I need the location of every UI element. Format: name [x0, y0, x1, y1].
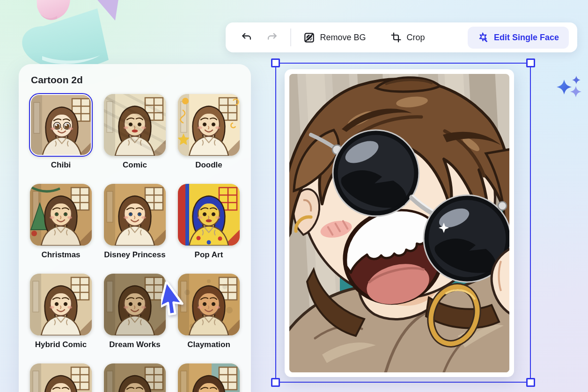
- style-thumb-christmas[interactable]: [30, 184, 92, 246]
- style-thumb-partial-10[interactable]: [30, 363, 92, 392]
- style-label-claymation: Claymation: [178, 340, 240, 350]
- style-label-christmas: Christmas: [30, 250, 92, 261]
- style-label-hybrid-comic: Hybrid Comic: [30, 340, 92, 350]
- style-thumb-hybrid-comic[interactable]: [30, 274, 92, 335]
- style-thumb-doodle[interactable]: [178, 94, 240, 156]
- style-item-disney-princess[interactable]: Disney Princess: [104, 184, 166, 261]
- redo-button[interactable]: [265, 30, 279, 44]
- style-thumb-comic[interactable]: [104, 94, 166, 156]
- style-thumb-disney-princess[interactable]: [104, 184, 166, 246]
- style-item-christmas[interactable]: Christmas: [30, 184, 92, 261]
- style-thumb-dream-works[interactable]: [104, 274, 166, 335]
- style-item-partial-11[interactable]: [104, 363, 166, 392]
- edit-single-face-button[interactable]: Edit Single Face: [468, 27, 569, 49]
- style-label-dream-works: Dream Works: [104, 340, 166, 350]
- remove-bg-button[interactable]: Remove BG: [303, 32, 366, 44]
- mouse-cursor: [161, 282, 188, 318]
- selection-handle-bottom-right[interactable]: [526, 378, 535, 387]
- magic-star-icon: [478, 32, 489, 43]
- style-label-chibi: Chibi: [30, 160, 92, 171]
- style-thumb-partial-12[interactable]: [178, 363, 240, 392]
- style-label-doodle: Doodle: [178, 160, 240, 171]
- remove-bg-label: Remove BG: [320, 33, 366, 43]
- style-item-hybrid-comic[interactable]: Hybrid Comic: [30, 274, 92, 350]
- style-grid: ChibiComicDoodleChristmasDisney Princess…: [30, 94, 240, 392]
- canvas-image[interactable]: [289, 74, 509, 372]
- selection-handle-top-right[interactable]: [526, 58, 535, 67]
- style-thumb-partial-11[interactable]: [104, 363, 166, 392]
- style-panel: Cartoon 2d ChibiComicDoodleChristmasDisn…: [19, 64, 251, 392]
- crop-button[interactable]: Crop: [390, 32, 425, 43]
- toolbar: Remove BG Crop Edit Single Face: [226, 22, 577, 52]
- canvas-image-card[interactable]: [285, 69, 514, 377]
- selection-handle-top-left[interactable]: [271, 58, 280, 67]
- teal-cone: [22, 8, 109, 69]
- toolbar-divider: [290, 29, 291, 46]
- style-item-pop-art[interactable]: Pop Art: [178, 184, 240, 261]
- style-item-partial-12[interactable]: [178, 363, 240, 392]
- selection-handle-bottom-left[interactable]: [271, 378, 280, 387]
- style-item-partial-10[interactable]: [30, 363, 92, 392]
- style-item-dream-works[interactable]: Dream Works: [104, 274, 166, 350]
- ai-sparkles-icon: [556, 76, 583, 102]
- undo-button[interactable]: [240, 30, 254, 44]
- style-panel-title: Cartoon 2d: [31, 74, 240, 86]
- crop-label: Crop: [407, 33, 425, 43]
- style-item-comic[interactable]: Comic: [104, 94, 166, 171]
- style-thumb-pop-art[interactable]: [178, 184, 240, 246]
- style-label-comic: Comic: [104, 160, 166, 171]
- style-label-pop-art: Pop Art: [178, 250, 240, 261]
- edit-single-face-label: Edit Single Face: [494, 33, 559, 43]
- style-thumb-chibi[interactable]: [30, 94, 92, 156]
- remove-bg-icon: [303, 32, 315, 44]
- crop-icon: [390, 32, 402, 43]
- pink-shape: [37, 0, 70, 20]
- style-label-disney-princess: Disney Princess: [104, 250, 166, 261]
- style-item-doodle[interactable]: Doodle: [178, 94, 240, 171]
- style-item-chibi[interactable]: Chibi: [30, 94, 92, 171]
